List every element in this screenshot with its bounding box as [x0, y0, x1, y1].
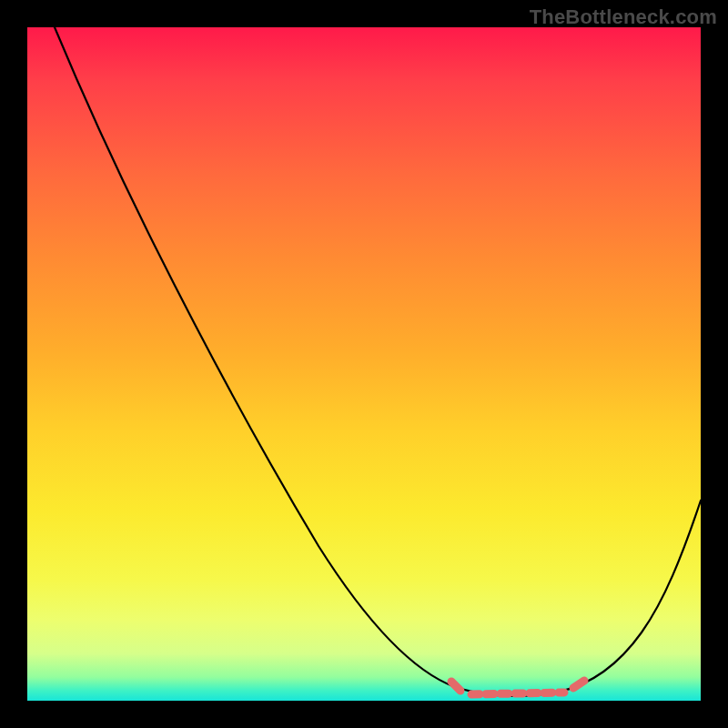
marker-cap-left [451, 682, 460, 691]
bottleneck-curve [55, 27, 701, 696]
chart-svg [27, 27, 701, 701]
marker-band [471, 693, 564, 694]
plot-area [27, 27, 701, 701]
watermark-text: TheBottleneck.com [530, 5, 717, 29]
marker-cap-right [573, 681, 584, 688]
highlight-markers [451, 681, 584, 694]
series-curve [55, 27, 701, 696]
chart-root: TheBottleneck.com [0, 0, 728, 728]
